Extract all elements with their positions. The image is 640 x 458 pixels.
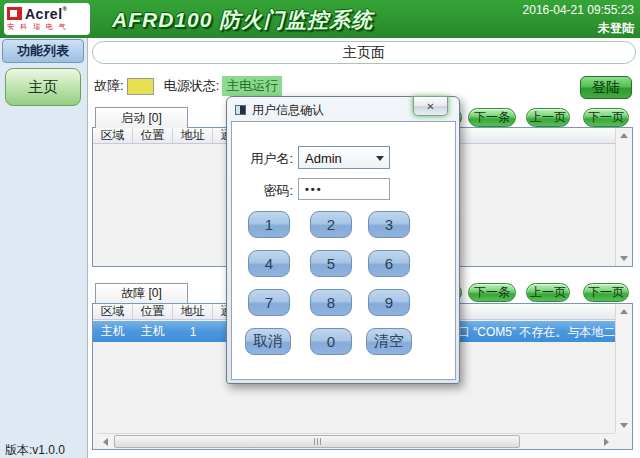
start-next-page-button[interactable]: 下一页 <box>583 108 629 127</box>
fault-vertical-scrollbar[interactable] <box>615 304 632 433</box>
username-value: Admin <box>305 151 342 166</box>
scrollbar-thumb[interactable] <box>114 435 520 448</box>
clear-button[interactable]: 清空 <box>366 328 412 355</box>
column-header[interactable]: 位置 <box>133 304 173 319</box>
close-icon[interactable]: ✕ <box>413 97 448 116</box>
scroll-down-icon[interactable] <box>616 418 632 433</box>
keypad-8-button[interactable]: 8 <box>310 289 352 316</box>
header-bar: Acrel® 安 科 瑞 电 气 AFRD100 防火门监控系统 2016-04… <box>0 0 640 38</box>
keypad-6-button[interactable]: 6 <box>368 250 410 277</box>
fault-status-swatch <box>127 78 154 95</box>
start-next-item-button[interactable]: 下一条 <box>468 108 516 127</box>
dialog-title: 用户信息确认 <box>252 102 324 119</box>
keypad-3-button[interactable]: 3 <box>368 211 410 238</box>
scroll-up-icon[interactable] <box>616 304 632 319</box>
username-label: 用户名: <box>235 150 293 168</box>
cell-address: 1 <box>173 321 213 342</box>
login-status: 未登陆 <box>523 20 634 37</box>
start-vertical-scrollbar[interactable] <box>615 128 632 266</box>
acrel-logo-icon <box>7 7 22 20</box>
fault-horizontal-scrollbar[interactable] <box>97 433 614 449</box>
registered-mark: ® <box>63 6 68 12</box>
tab-fault[interactable]: 故障 [0] <box>95 283 188 303</box>
fault-next-page-button[interactable]: 下一页 <box>583 283 629 302</box>
password-dots: ••• <box>305 183 323 195</box>
app-title: AFRD100 防火门监控系统 <box>112 6 373 34</box>
status-row: 故障: 电源状态: 主电运行 <box>94 76 282 96</box>
sidebar-item-home[interactable]: 主页 <box>5 68 81 106</box>
cell-position: 主机 <box>133 321 173 342</box>
fault-next-item-button[interactable]: 下一条 <box>468 283 516 302</box>
login-button[interactable]: 登陆 <box>580 76 632 99</box>
keypad-2-button[interactable]: 2 <box>310 211 352 238</box>
keypad-9-button[interactable]: 9 <box>368 289 410 316</box>
thumb-grip-icon <box>317 438 318 445</box>
scroll-up-icon[interactable] <box>616 128 632 143</box>
fault-prev-page-button[interactable]: 上一页 <box>526 283 570 302</box>
acrel-logo: Acrel® 安 科 瑞 电 气 <box>4 3 90 35</box>
scroll-left-icon[interactable] <box>97 434 113 449</box>
password-field[interactable]: ••• <box>298 178 390 200</box>
dialog-window-icon <box>235 105 246 115</box>
column-header[interactable]: 位置 <box>133 128 173 143</box>
power-status-value: 主电运行 <box>222 76 282 96</box>
app-window: Acrel® 安 科 瑞 电 气 AFRD100 防火门监控系统 2016-04… <box>0 0 640 458</box>
datetime-display: 2016-04-21 09:55:23 <box>523 3 634 17</box>
scroll-right-icon[interactable] <box>598 434 614 449</box>
power-label: 电源状态: <box>164 77 220 95</box>
cell-area: 主机 <box>93 321 133 342</box>
column-header[interactable]: 地址 <box>173 128 213 143</box>
tab-start[interactable]: 启动 [0] <box>95 107 188 128</box>
column-header[interactable]: 区域 <box>93 304 133 319</box>
keypad-0-button[interactable]: 0 <box>310 328 352 355</box>
chevron-down-icon <box>376 156 384 161</box>
sidebar-menu-title[interactable]: 功能列表 <box>2 39 84 63</box>
start-prev-page-button[interactable]: 上一页 <box>526 108 570 127</box>
keypad-4-button[interactable]: 4 <box>248 250 290 277</box>
fault-label: 故障: <box>94 77 124 95</box>
sidebar: 功能列表 主页 版本:v1.0.0 <box>0 38 88 458</box>
cancel-button[interactable]: 取消 <box>245 328 291 355</box>
page-title: 主页面 <box>92 41 636 64</box>
username-select[interactable]: Admin <box>298 146 390 169</box>
logo-subtitle: 安 科 瑞 电 气 <box>7 22 87 32</box>
keypad-7-button[interactable]: 7 <box>248 289 290 316</box>
version-label: 版本:v1.0.0 <box>5 442 65 458</box>
password-label: 密码: <box>235 182 293 200</box>
column-header[interactable]: 地址 <box>173 304 213 319</box>
scroll-down-icon[interactable] <box>616 251 632 266</box>
keypad-1-button[interactable]: 1 <box>248 211 290 238</box>
keypad-5-button[interactable]: 5 <box>310 250 352 277</box>
logo-brand-text: Acrel® <box>25 6 67 22</box>
column-header[interactable]: 区域 <box>93 128 133 143</box>
cell-description: 口 “COM5” 不存在。与本地二总 <box>458 324 616 341</box>
user-login-dialog: 用户信息确认 ✕ 用户名: Admin 密码: ••• 1 2 3 4 5 6 … <box>226 96 460 384</box>
